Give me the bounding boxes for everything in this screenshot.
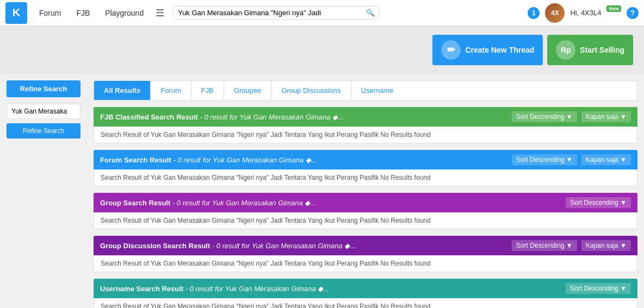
result-controls-group: Sort Descending ▼ [566,197,631,208]
tab-all-results[interactable]: All Results [94,81,151,100]
rp-icon: Rp [556,40,575,60]
result-controls-forum: Sort Descending ▼ Kapan saja ▼ [512,154,631,165]
tab-fjb[interactable]: FJB [191,81,224,100]
start-selling-button[interactable]: Rp Start Selling [547,35,633,65]
results-container: FJB Classified Search Result - 0 result … [94,107,637,308]
help-icon[interactable]: ? [627,7,639,19]
result-header-fjb: FJB Classified Search Result - 0 result … [94,107,637,127]
result-section-username: Username Search Result - 0 result for Yu… [94,279,637,308]
sort-button-group[interactable]: Sort Descending ▼ [566,197,631,208]
result-header-username: Username Search Result - 0 result for Yu… [94,279,637,298]
tab-group-discussions[interactable]: Group Discussions [271,81,351,100]
result-controls-username: Sort Descending ▼ [566,283,631,294]
result-section-group-discussion: Group Discussion Search Result - 0 resul… [94,236,637,272]
result-header-group-discussion: Group Discussion Search Result - 0 resul… [94,236,637,255]
sidebar: Refine Search Refine Search [0,74,87,308]
result-body-fjb: Search Result of Yuk Gan Merasakan Giman… [94,127,637,143]
search-input[interactable] [178,9,366,17]
sidebar-refine-button[interactable]: Refine Search [7,123,81,139]
search-tabs: All Results Forum FJB Groupee Group Disc… [94,80,637,100]
result-controls-group-discussion: Sort Descending ▼ Kapan saja ▼ [512,240,631,251]
tab-forum[interactable]: Forum [151,81,191,100]
result-section-fjb: FJB Classified Search Result - 0 result … [94,107,637,143]
result-title-group-discussion: Group Discussion Search Result - 0 resul… [100,242,356,250]
sidebar-title: Refine Search [7,80,81,97]
sort-button-forum[interactable]: Sort Descending ▼ [512,154,577,165]
logo[interactable]: K [5,2,27,24]
result-controls-fjb: Sort Descending ▼ Kapan saja ▼ [512,111,631,122]
nav-right: 1 4X Hi, 4X3L4 New ? [528,3,639,23]
nav-forum[interactable]: Forum [36,7,64,20]
result-header-group: Group Search Result - 0 result for Yuk G… [94,193,637,212]
sort-button-fjb[interactable]: Sort Descending ▼ [512,111,577,122]
avatar[interactable]: 4X [545,3,565,23]
nav-playground[interactable]: Playground [102,7,147,20]
result-section-group: Group Search Result - 0 result for Yuk G… [94,193,637,229]
create-icon: ✏ [441,40,461,60]
content-area: All Results Forum FJB Groupee Group Disc… [87,74,644,308]
action-area: ✏ Create New Thread Rp Start Selling [0,26,644,74]
nav-fjb[interactable]: FJB [73,7,93,20]
create-thread-button[interactable]: ✏ Create New Thread [432,35,543,65]
result-subtitle-group-discussion: - 0 result for Yuk Gan Merasakan Gimana … [210,242,356,250]
notification-badge[interactable]: 1 [528,7,540,19]
result-query-forum: Yuk Gan Merasakan Gimana ◆... [213,156,317,164]
main-layout: Refine Search Refine Search All Results … [0,74,644,308]
sort-button-group-discussion[interactable]: Sort Descending ▼ [512,240,577,251]
kapan-button-forum[interactable]: Kapan saja ▼ [581,154,631,165]
kapan-button-group-discussion[interactable]: Kapan saja ▼ [581,240,631,251]
result-query-username: Yuk Gan Merasakan Gimana ◆... [225,285,330,293]
result-section-forum: Forum Search Result - 0 result for Yuk G… [94,150,637,186]
navbar: K Forum FJB Playground ☰ 🔍 1 4X Hi, 4X3L… [0,0,644,26]
result-query-fjb: Yuk Gan Merasakan Gimana ◆... [239,113,344,121]
result-title-username: Username Search Result - 0 result for Yu… [100,285,329,293]
result-subtitle-forum: - 0 result for Yuk Gan Merasakan Gimana … [171,156,317,164]
result-subtitle-group: - 0 result for Yuk Gan Merasakan Gimana … [170,199,316,207]
sidebar-search-input[interactable] [7,104,81,119]
result-title-group: Group Search Result - 0 result for Yuk G… [100,199,316,207]
sort-button-username[interactable]: Sort Descending ▼ [566,283,631,294]
result-header-forum: Forum Search Result - 0 result for Yuk G… [94,150,637,169]
result-body-username: Search Result of Yuk Gan Merasakan Giman… [94,298,637,308]
result-query-group-discussion: Yuk Gan Merasakan Gimana ◆... [252,242,356,250]
result-body-forum: Search Result of Yuk Gan Merasakan Giman… [94,169,637,186]
search-bar: 🔍 [173,6,380,20]
result-body-group-discussion: Search Result of Yuk Gan Merasakan Giman… [94,255,637,272]
hamburger-icon[interactable]: ☰ [156,7,164,19]
kapan-button-fjb[interactable]: Kapan saja ▼ [581,111,631,122]
search-icon[interactable]: 🔍 [366,9,375,17]
new-badge: New [606,5,621,12]
result-title-forum: Forum Search Result - 0 result for Yuk G… [100,156,317,164]
result-subtitle-username: - 0 result for Yuk Gan Merasakan Gimana … [183,285,329,293]
user-greeting: Hi, 4X3L4 [570,9,601,17]
result-title-fjb: FJB Classified Search Result - 0 result … [100,113,344,121]
result-subtitle-fjb: - 0 result for Yuk Gan Merasakan Gimana … [198,113,344,121]
tab-groupee[interactable]: Groupee [224,81,272,100]
result-query-group: Yuk Gan Merasakan Gimana ◆... [212,199,317,207]
result-body-group: Search Result of Yuk Gan Merasakan Giman… [94,212,637,229]
tab-username[interactable]: Username [351,81,404,100]
